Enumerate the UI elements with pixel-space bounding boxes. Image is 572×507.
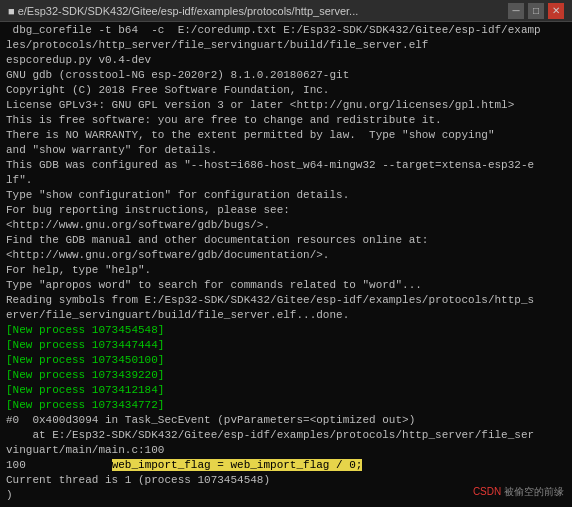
terminal-line: <http://www.gnu.org/software/gdb/bugs/>.: [6, 218, 566, 233]
terminal-line: vinguart/main/main.c:100: [6, 443, 566, 458]
terminal-line: Type "show configuration" for configurat…: [6, 188, 566, 203]
terminal-line: [New process 1073454548]: [6, 323, 566, 338]
terminal-line: Reading symbols from E:/Esp32-SDK/SDK432…: [6, 293, 566, 308]
terminal-line: 100 web_import_flag = web_import_flag / …: [6, 458, 566, 473]
terminal-line: dbg_corefile -t b64 -c E:/coredump.txt E…: [6, 23, 566, 38]
title-bar: ■ e/Esp32-SDK/SDK432/Gitee/esp-idf/examp…: [0, 0, 572, 22]
terminal-line: This is free software: you are free to c…: [6, 113, 566, 128]
line-before: 100: [6, 459, 112, 471]
terminal-output: cols/http_server/file_servinguart# pytho…: [0, 22, 572, 507]
terminal-line: lf".: [6, 173, 566, 188]
terminal-line: espcoredup.py v0.4-dev: [6, 53, 566, 68]
terminal-line: GNU gdb (crosstool-NG esp-2020r2) 8.1.0.…: [6, 68, 566, 83]
terminal-line: #0 0x400d3094 in Task_SecEvent (pvParame…: [6, 413, 566, 428]
terminal-line: Current thread is 1 (process 1073454548): [6, 473, 566, 488]
minimize-button[interactable]: ─: [508, 3, 524, 19]
terminal-line: Copyright (C) 2018 Free Software Foundat…: [6, 83, 566, 98]
title-bar-controls: ─ □ ✕: [508, 3, 564, 19]
terminal-line: [New process 1073412184]: [6, 383, 566, 398]
terminal-line: For bug reporting instructions, please s…: [6, 203, 566, 218]
terminal-line: [New process 1073450100]: [6, 353, 566, 368]
terminal-line: and "show warranty" for details.: [6, 143, 566, 158]
terminal-line: les/protocols/http_server/file_servingua…: [6, 38, 566, 53]
terminal-line: Find the GDB manual and other documentat…: [6, 233, 566, 248]
terminal-line: <http://www.gnu.org/software/gdb/documen…: [6, 248, 566, 263]
close-button[interactable]: ✕: [548, 3, 564, 19]
terminal-line: License GPLv3+: GNU GPL version 3 or lat…: [6, 98, 566, 113]
terminal-line: [New process 1073439220]: [6, 368, 566, 383]
terminal-line: at E:/Esp32-SDK/SDK432/Gitee/esp-idf/exa…: [6, 428, 566, 443]
highlighted-code: web_import_flag = web_import_flag / 0;: [112, 459, 363, 471]
terminal-line: [New process 1073434772]: [6, 398, 566, 413]
terminal-line: [New process 1073447444]: [6, 338, 566, 353]
maximize-button[interactable]: □: [528, 3, 544, 19]
terminal-line: There is NO WARRANTY, to the extent perm…: [6, 128, 566, 143]
terminal-line: ): [6, 488, 566, 503]
terminal-line: erver/file_servinguart/build/file_server…: [6, 308, 566, 323]
terminal-line: For help, type "help".: [6, 263, 566, 278]
title-bar-text: ■ e/Esp32-SDK/SDK432/Gitee/esp-idf/examp…: [8, 5, 358, 17]
terminal-line: Type "apropos word" to search for comman…: [6, 278, 566, 293]
terminal-line: This GDB was configured as "--host=i686-…: [6, 158, 566, 173]
